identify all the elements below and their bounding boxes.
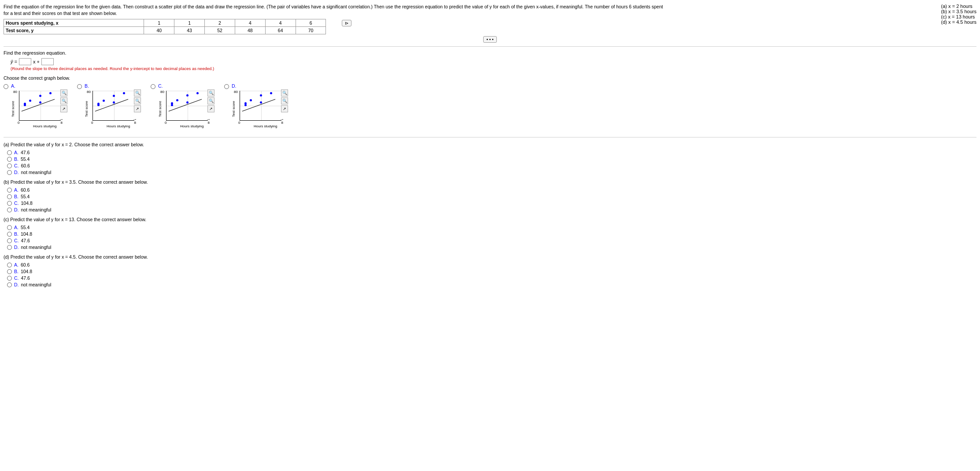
graph-a-y80: 80 bbox=[13, 90, 17, 94]
graph-b-letter: B. bbox=[85, 83, 89, 89]
answer-d-d-val: not meaningful bbox=[21, 282, 52, 287]
graph-d-zoom-in[interactable]: 🔍 bbox=[281, 89, 288, 96]
graph-c-controls: 🔍 🔍 ↗ bbox=[207, 89, 214, 112]
radio-graph-d[interactable] bbox=[224, 84, 229, 89]
graph-c-arrow-x: → bbox=[206, 117, 211, 122]
grid-dh2 bbox=[240, 106, 281, 106]
radio-a-d[interactable] bbox=[7, 170, 12, 175]
answer-d-b: B. 104.8 bbox=[7, 269, 976, 274]
divider2 bbox=[4, 137, 976, 137]
graph-c-xlabel: Hours studying bbox=[180, 124, 203, 128]
graph-c-y80: 80 bbox=[160, 90, 164, 94]
graph-b-controls: 🔍 🔍 ↗ bbox=[134, 89, 141, 112]
answer-c-b-letter: B. bbox=[14, 231, 18, 237]
graph-d-ylabel: Test score bbox=[232, 101, 236, 117]
graph-a-ylabel: Test score bbox=[11, 101, 15, 117]
x-val-2: 2 bbox=[205, 19, 235, 27]
dot-c6 bbox=[196, 92, 199, 94]
grid-bh1 bbox=[93, 91, 134, 91]
graph-d-letter: D. bbox=[232, 83, 237, 89]
dot-a3 bbox=[29, 100, 31, 102]
divider bbox=[4, 46, 976, 47]
answer-d-a: A. 60.6 bbox=[7, 262, 976, 267]
radio-graph-c[interactable] bbox=[151, 84, 155, 89]
graph-d-axes: 0 8 80 → bbox=[240, 91, 281, 121]
graph-d-inner: Test score 0 bbox=[232, 89, 289, 128]
graph-d-external[interactable]: ↗ bbox=[281, 105, 288, 112]
graph-a-container: A. Test score bbox=[11, 83, 68, 128]
graph-b-inner: Test score 0 bbox=[85, 89, 142, 128]
predict-section-b: (b) Predict the value of y for x = 3.5. … bbox=[4, 179, 976, 212]
graph-d-arrow-x: → bbox=[280, 117, 284, 122]
radio-c-d[interactable] bbox=[7, 245, 12, 250]
graph-d-xlabel: Hours studying bbox=[254, 124, 277, 128]
dot-b3 bbox=[103, 100, 105, 102]
grid-ch1 bbox=[166, 91, 208, 91]
x-val-4b: 4 bbox=[265, 19, 296, 27]
graph-a-inner: Test score bbox=[11, 89, 68, 128]
graph-b-ylabel: Test score bbox=[85, 101, 89, 117]
right-panel-c: (c) x = 13 hours bbox=[941, 14, 976, 19]
radio-b-b[interactable] bbox=[7, 194, 12, 199]
radio-a-b[interactable] bbox=[7, 157, 12, 162]
y-val-52: 52 bbox=[205, 27, 235, 34]
radio-c-b[interactable] bbox=[7, 232, 12, 237]
radio-d-d[interactable] bbox=[7, 282, 12, 287]
answer-a-d: D. not meaningful bbox=[7, 170, 976, 175]
radio-a-c[interactable] bbox=[7, 163, 12, 168]
radio-c-a[interactable] bbox=[7, 225, 12, 230]
radio-d-a[interactable] bbox=[7, 263, 12, 267]
radio-b-d[interactable] bbox=[7, 208, 12, 212]
expand-cell: ⊳ bbox=[326, 19, 367, 27]
graph-d-zoom-out[interactable]: 🔍 bbox=[281, 97, 288, 104]
graph-b-zoom-in[interactable]: 🔍 bbox=[134, 89, 141, 96]
radio-d-c[interactable] bbox=[7, 276, 12, 281]
expand-icon[interactable]: ⊳ bbox=[342, 20, 351, 26]
graph-option-c: C. Test score bbox=[151, 83, 215, 128]
radio-a-a[interactable] bbox=[7, 150, 12, 155]
answer-a-b-val: 55.4 bbox=[21, 156, 30, 162]
graph-option-b: B. Test score bbox=[77, 83, 142, 128]
graph-c-zoom-in[interactable]: 🔍 bbox=[207, 89, 214, 96]
answer-a-a-val: 47.6 bbox=[21, 150, 30, 155]
answer-b-c-val: 104.8 bbox=[21, 200, 33, 206]
slope-input-box[interactable] bbox=[19, 58, 31, 65]
graph-a-external[interactable]: ↗ bbox=[60, 105, 67, 112]
answer-c-d-letter: D. bbox=[14, 245, 19, 250]
x-val-6: 6 bbox=[296, 19, 326, 27]
graph-a-axes: 0 8 80 → bbox=[19, 91, 61, 121]
radio-c-c[interactable] bbox=[7, 238, 12, 243]
radio-b-c[interactable] bbox=[7, 201, 12, 206]
answer-c-d: D. not meaningful bbox=[7, 245, 976, 250]
grid-ch2 bbox=[166, 106, 208, 106]
answer-d-b-val: 104.8 bbox=[21, 269, 32, 274]
answer-c-b: B. 104.8 bbox=[7, 231, 976, 237]
instructions-text: Find the equation of the regression line… bbox=[4, 4, 665, 16]
graph-b-zoom-out[interactable]: 🔍 bbox=[134, 97, 141, 104]
graph-c-external[interactable]: ↗ bbox=[207, 105, 214, 112]
answer-b-a-val: 60.6 bbox=[21, 187, 30, 193]
radio-d-b[interactable] bbox=[7, 269, 12, 274]
radio-graph-a[interactable] bbox=[4, 84, 8, 89]
rounding-note: (Round the slope to three decimal places… bbox=[11, 66, 976, 71]
graph-a-zoom-in[interactable]: 🔍 bbox=[60, 89, 67, 96]
graph-b-external[interactable]: ↗ bbox=[134, 105, 141, 112]
right-panel-b: (b) x = 3.5 hours bbox=[941, 9, 976, 14]
radio-graph-b[interactable] bbox=[77, 84, 82, 89]
table-row-y: Test score, y 40 43 52 48 64 70 bbox=[4, 27, 367, 34]
intercept-input-box[interactable] bbox=[41, 58, 54, 65]
predict-c-question: (c) Predict the value of y for x = 13. C… bbox=[4, 217, 976, 222]
predict-section-c: (c) Predict the value of y for x = 13. C… bbox=[4, 217, 976, 250]
graph-a-zoom-out[interactable]: 🔍 bbox=[60, 97, 67, 104]
radio-b-a[interactable] bbox=[7, 188, 12, 193]
graph-option-a: A. Test score bbox=[4, 83, 68, 128]
row1-label: Hours spent studying, x bbox=[4, 19, 144, 27]
dot-b6 bbox=[123, 92, 125, 94]
graph-c-zoom-out[interactable]: 🔍 bbox=[207, 97, 214, 104]
x-val-4a: 4 bbox=[235, 19, 265, 27]
expand-collapse-icon[interactable]: • • • bbox=[483, 36, 496, 43]
graph-a-xlabel: Hours studying bbox=[33, 124, 56, 128]
graph-section: Choose the correct graph below. A. Test … bbox=[4, 75, 976, 128]
graph-c-box: Test score 0 bbox=[158, 89, 215, 128]
answer-b-b-val: 55.4 bbox=[21, 194, 30, 199]
